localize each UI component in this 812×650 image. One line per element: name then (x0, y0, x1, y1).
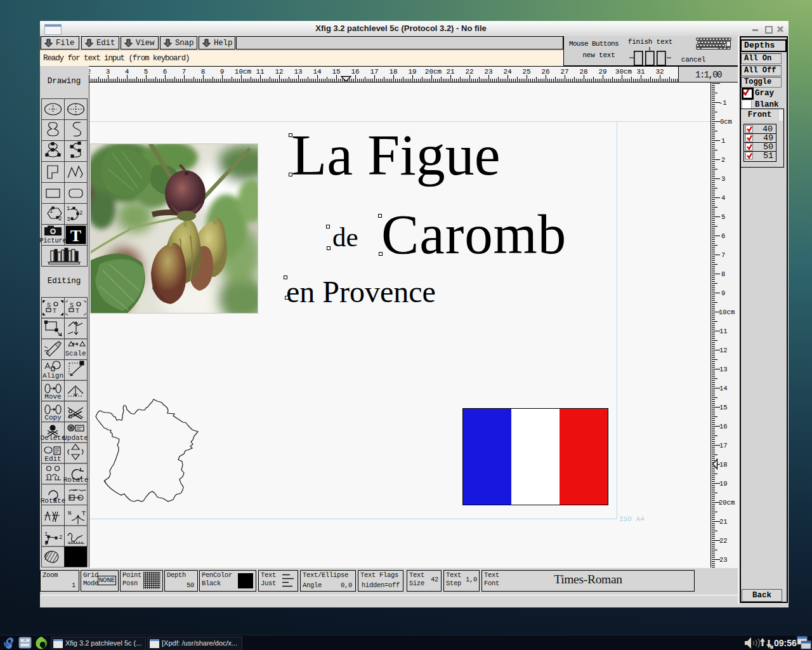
svg-text:32: 32 (655, 68, 664, 76)
svg-text:4: 4 (125, 68, 129, 76)
svg-text:6: 6 (721, 232, 725, 240)
svg-text:Edit: Edit (44, 455, 61, 463)
svg-text:Scale: Scale (65, 350, 86, 357)
svg-text:La Figue: La Figue (291, 123, 501, 187)
svg-text:Delete: Delete (41, 434, 66, 442)
svg-text:30cm: 30cm (615, 68, 632, 76)
svg-text:15: 15 (719, 404, 728, 411)
svg-text:51: 51 (763, 151, 773, 161)
svg-text:S: S (70, 302, 74, 309)
svg-text:31: 31 (636, 68, 645, 76)
svg-text:28: 28 (579, 68, 587, 76)
svg-text:2: 2 (79, 210, 82, 216)
svg-text:16: 16 (351, 68, 359, 76)
svg-text:5: 5 (144, 68, 148, 76)
svg-text:8: 8 (201, 68, 206, 76)
svg-text:18: 18 (719, 461, 728, 468)
svg-text:21: 21 (446, 68, 455, 76)
svg-text:Copy: Copy (44, 414, 62, 421)
svg-text:N: N (68, 510, 71, 517)
svg-text:7: 7 (182, 68, 187, 76)
svg-text:4: 4 (721, 194, 725, 202)
svg-text:21: 21 (719, 518, 728, 526)
svg-text:19: 19 (719, 480, 728, 488)
svg-text:23: 23 (484, 68, 492, 76)
svg-text:1: 1 (67, 206, 70, 212)
svg-text:12: 12 (719, 347, 728, 354)
svg-text:Caromb: Caromb (381, 203, 566, 265)
svg-text:17: 17 (719, 442, 728, 449)
svg-text:49: 49 (763, 133, 773, 143)
svg-text:8: 8 (721, 270, 725, 278)
svg-text:S: S (47, 302, 51, 309)
svg-text:26: 26 (541, 68, 549, 76)
svg-text:18: 18 (389, 68, 397, 76)
svg-text:25: 25 (522, 68, 530, 76)
svg-text:3: 3 (67, 216, 70, 223)
svg-text:9: 9 (721, 289, 725, 297)
svg-text:14: 14 (719, 385, 728, 392)
svg-text:de: de (332, 222, 358, 252)
svg-text:5: 5 (721, 213, 725, 221)
svg-text:0cm: 0cm (720, 118, 732, 126)
svg-text:13: 13 (294, 68, 302, 76)
svg-text:Move: Move (44, 393, 61, 401)
svg-text:10cm: 10cm (719, 308, 735, 316)
svg-text:17: 17 (370, 68, 378, 76)
svg-text:T: T (53, 308, 56, 315)
svg-text:3: 3 (721, 175, 725, 183)
svg-text:20cm: 20cm (425, 68, 442, 76)
svg-text:40: 40 (763, 124, 773, 134)
svg-text:Editing: Editing (48, 277, 81, 286)
svg-text:11: 11 (256, 68, 265, 76)
svg-text:29: 29 (598, 68, 606, 76)
svg-text:15: 15 (332, 68, 340, 76)
svg-text:2: 2 (59, 534, 62, 541)
svg-text:T: T (75, 308, 79, 315)
svg-text:20cm: 20cm (719, 499, 735, 507)
svg-text:09:56: 09:56 (774, 638, 797, 648)
svg-text:27: 27 (560, 68, 568, 76)
svg-text:1: 1 (721, 137, 725, 145)
svg-text:-1: -1 (719, 99, 727, 107)
svg-text:24: 24 (503, 68, 512, 76)
svg-text:23: 23 (719, 556, 728, 564)
svg-text:22: 22 (719, 537, 728, 545)
svg-text:2: 2 (89, 68, 91, 76)
svg-text:50: 50 (763, 142, 773, 152)
svg-text:12: 12 (275, 68, 283, 76)
svg-text:9: 9 (220, 68, 225, 76)
svg-text:Update: Update (63, 434, 88, 442)
svg-text:3: 3 (106, 68, 110, 76)
svg-text:Drawing: Drawing (48, 77, 81, 86)
svg-text:ISO A4: ISO A4 (619, 515, 645, 523)
svg-text:22: 22 (465, 68, 473, 76)
svg-text:Align: Align (43, 372, 63, 380)
svg-text:Rotate: Rotate (63, 476, 89, 484)
svg-text:7: 7 (721, 251, 725, 259)
svg-text:2: 2 (58, 216, 62, 222)
svg-text:11: 11 (719, 328, 728, 335)
svg-text:14: 14 (313, 68, 322, 76)
svg-text:T: T (70, 227, 81, 245)
svg-text:Picture: Picture (40, 237, 67, 244)
svg-text:Rotate: Rotate (41, 497, 66, 505)
svg-text:13: 13 (719, 366, 728, 373)
svg-text:16: 16 (719, 423, 728, 430)
svg-text:2: 2 (721, 156, 725, 164)
svg-text:6: 6 (163, 68, 167, 76)
svg-text:19: 19 (408, 68, 416, 76)
svg-text:en Provence: en Provence (286, 275, 436, 308)
svg-text:10cm: 10cm (235, 68, 252, 76)
